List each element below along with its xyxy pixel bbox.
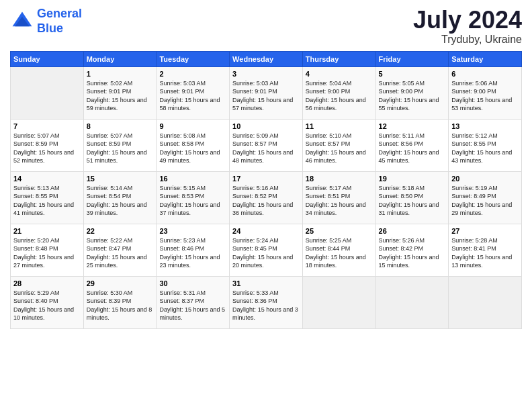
day-info: Sunrise: 5:13 AM Sunset: 8:55 PM Dayligh… [13,184,81,218]
calendar-cell: 3Sunrise: 5:03 AM Sunset: 9:01 PM Daylig… [230,66,303,119]
day-number: 22 [87,227,154,235]
day-info: Sunrise: 5:06 AM Sunset: 9:00 PM Dayligh… [451,79,519,113]
calendar-body: 1Sunrise: 5:02 AM Sunset: 9:01 PM Daylig… [11,66,522,328]
day-number: 5 [379,70,446,78]
main-container: General Blue July 2024 Tryduby, Ukraine … [0,0,532,336]
day-header-thursday: Thursday [302,51,375,66]
calendar-week-4: 21Sunrise: 5:20 AM Sunset: 8:48 PM Dayli… [11,224,522,276]
day-number: 13 [451,122,519,130]
day-number: 26 [379,227,446,235]
day-header-monday: Monday [83,51,157,66]
calendar-cell: 15Sunrise: 5:14 AM Sunset: 8:54 PM Dayli… [83,171,157,224]
calendar-cell: 30Sunrise: 5:31 AM Sunset: 8:37 PM Dayli… [157,276,230,328]
day-number: 8 [87,122,154,130]
day-info: Sunrise: 5:07 AM Sunset: 8:59 PM Dayligh… [13,132,81,165]
calendar-cell: 2Sunrise: 5:03 AM Sunset: 9:01 PM Daylig… [157,66,230,119]
day-info: Sunrise: 5:24 AM Sunset: 8:45 PM Dayligh… [232,236,300,270]
calendar-cell: 20Sunrise: 5:19 AM Sunset: 8:49 PM Dayli… [449,171,522,224]
day-info: Sunrise: 5:18 AM Sunset: 8:50 PM Dayligh… [379,184,446,218]
day-info: Sunrise: 5:15 AM Sunset: 8:53 PM Dayligh… [159,184,226,218]
day-info: Sunrise: 5:07 AM Sunset: 8:59 PM Dayligh… [87,132,154,165]
calendar-week-2: 7Sunrise: 5:07 AM Sunset: 8:59 PM Daylig… [11,119,522,171]
day-number: 7 [13,122,81,130]
calendar-cell: 8Sunrise: 5:07 AM Sunset: 8:59 PM Daylig… [83,119,157,171]
day-info: Sunrise: 5:02 AM Sunset: 9:01 PM Dayligh… [87,79,154,113]
day-number: 18 [306,175,373,183]
calendar-cell: 7Sunrise: 5:07 AM Sunset: 8:59 PM Daylig… [11,119,84,171]
day-number: 4 [306,70,373,78]
calendar-cell [302,276,375,328]
calendar-cell: 26Sunrise: 5:26 AM Sunset: 8:42 PM Dayli… [375,224,449,276]
day-info: Sunrise: 5:23 AM Sunset: 8:46 PM Dayligh… [159,236,226,270]
day-number: 28 [13,279,81,287]
calendar-week-1: 1Sunrise: 5:02 AM Sunset: 9:01 PM Daylig… [11,66,522,119]
day-number: 23 [159,227,226,235]
day-number: 19 [379,175,446,183]
day-number: 30 [159,279,226,287]
day-info: Sunrise: 5:11 AM Sunset: 8:56 PM Dayligh… [379,132,446,165]
calendar-cell [11,66,84,119]
calendar-cell: 11Sunrise: 5:10 AM Sunset: 8:57 PM Dayli… [302,119,375,171]
day-info: Sunrise: 5:22 AM Sunset: 8:47 PM Dayligh… [87,236,154,270]
calendar-cell: 21Sunrise: 5:20 AM Sunset: 8:48 PM Dayli… [11,224,84,276]
day-number: 29 [87,279,154,287]
calendar-cell: 27Sunrise: 5:28 AM Sunset: 8:41 PM Dayli… [449,224,522,276]
day-number: 21 [13,227,81,235]
logo: General Blue [10,7,82,36]
calendar-cell: 9Sunrise: 5:08 AM Sunset: 8:58 PM Daylig… [157,119,230,171]
title-block: July 2024 Tryduby, Ukraine [413,7,522,46]
location-title: Tryduby, Ukraine [413,34,522,46]
day-header-friday: Friday [375,51,449,66]
day-info: Sunrise: 5:26 AM Sunset: 8:42 PM Dayligh… [379,236,446,270]
day-number: 9 [159,122,226,130]
day-info: Sunrise: 5:29 AM Sunset: 8:40 PM Dayligh… [13,289,81,322]
month-title: July 2024 [413,7,522,34]
calendar-cell: 1Sunrise: 5:02 AM Sunset: 9:01 PM Daylig… [83,66,157,119]
calendar-week-5: 28Sunrise: 5:29 AM Sunset: 8:40 PM Dayli… [11,276,522,328]
day-header-sunday: Sunday [11,51,84,66]
day-header-saturday: Saturday [449,51,522,66]
day-info: Sunrise: 5:31 AM Sunset: 8:37 PM Dayligh… [159,289,226,322]
calendar-week-3: 14Sunrise: 5:13 AM Sunset: 8:55 PM Dayli… [11,171,522,224]
calendar-cell: 17Sunrise: 5:16 AM Sunset: 8:52 PM Dayli… [230,171,303,224]
day-number: 12 [379,122,446,130]
day-number: 11 [306,122,373,130]
day-info: Sunrise: 5:20 AM Sunset: 8:48 PM Dayligh… [13,236,81,270]
calendar-cell: 29Sunrise: 5:30 AM Sunset: 8:39 PM Dayli… [83,276,157,328]
logo-text: General Blue [37,7,82,36]
day-number: 25 [306,227,373,235]
logo-icon [10,9,34,34]
day-info: Sunrise: 5:03 AM Sunset: 9:01 PM Dayligh… [232,79,300,113]
day-info: Sunrise: 5:05 AM Sunset: 9:00 PM Dayligh… [379,79,446,113]
day-info: Sunrise: 5:08 AM Sunset: 8:58 PM Dayligh… [159,132,226,165]
calendar-cell: 12Sunrise: 5:11 AM Sunset: 8:56 PM Dayli… [375,119,449,171]
day-number: 2 [159,70,226,78]
day-info: Sunrise: 5:04 AM Sunset: 9:00 PM Dayligh… [306,79,373,113]
calendar-cell: 13Sunrise: 5:12 AM Sunset: 8:55 PM Dayli… [449,119,522,171]
day-number: 10 [232,122,300,130]
day-info: Sunrise: 5:10 AM Sunset: 8:57 PM Dayligh… [306,132,373,165]
day-number: 6 [451,70,519,78]
calendar-cell: 18Sunrise: 5:17 AM Sunset: 8:51 PM Dayli… [302,171,375,224]
day-header-wednesday: Wednesday [230,51,303,66]
calendar-cell: 24Sunrise: 5:24 AM Sunset: 8:45 PM Dayli… [230,224,303,276]
calendar-cell [375,276,449,328]
day-info: Sunrise: 5:14 AM Sunset: 8:54 PM Dayligh… [87,184,154,218]
day-number: 17 [232,175,300,183]
day-number: 20 [451,175,519,183]
calendar-cell: 16Sunrise: 5:15 AM Sunset: 8:53 PM Dayli… [157,171,230,224]
calendar-cell: 31Sunrise: 5:33 AM Sunset: 8:36 PM Dayli… [230,276,303,328]
day-info: Sunrise: 5:16 AM Sunset: 8:52 PM Dayligh… [232,184,300,218]
day-number: 14 [13,175,81,183]
calendar-cell: 22Sunrise: 5:22 AM Sunset: 8:47 PM Dayli… [83,224,157,276]
day-info: Sunrise: 5:25 AM Sunset: 8:44 PM Dayligh… [306,236,373,270]
calendar-cell: 14Sunrise: 5:13 AM Sunset: 8:55 PM Dayli… [11,171,84,224]
day-number: 1 [87,70,154,78]
calendar-cell [449,276,522,328]
calendar-cell: 4Sunrise: 5:04 AM Sunset: 9:00 PM Daylig… [302,66,375,119]
day-info: Sunrise: 5:33 AM Sunset: 8:36 PM Dayligh… [232,289,300,322]
day-header-tuesday: Tuesday [157,51,230,66]
day-info: Sunrise: 5:12 AM Sunset: 8:55 PM Dayligh… [451,132,519,165]
calendar-table: SundayMondayTuesdayWednesdayThursdayFrid… [10,51,522,329]
calendar-cell: 28Sunrise: 5:29 AM Sunset: 8:40 PM Dayli… [11,276,84,328]
